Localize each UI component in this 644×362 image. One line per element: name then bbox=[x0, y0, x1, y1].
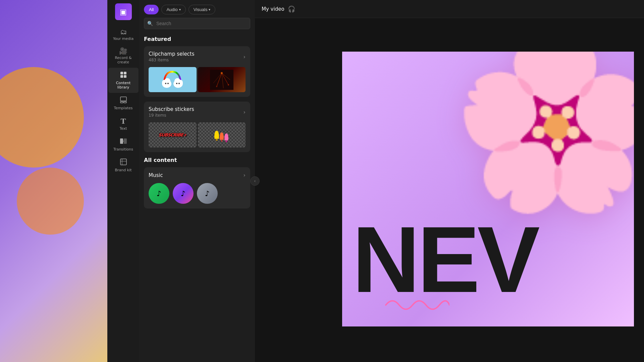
preview-canvas: 🌸 NEV bbox=[342, 52, 634, 326]
sidebar-item-content-library[interactable]: Content library bbox=[108, 68, 139, 93]
search-icon: 🔍 bbox=[147, 21, 153, 26]
templates-icon bbox=[120, 96, 127, 105]
search-input[interactable] bbox=[144, 18, 250, 29]
svg-rect-1 bbox=[124, 72, 126, 74]
subscribe-stickers-count: 19 items bbox=[149, 113, 194, 118]
svg-point-33 bbox=[216, 139, 218, 141]
filter-all-label: All bbox=[149, 7, 154, 12]
svg-rect-10 bbox=[120, 159, 126, 165]
svg-rect-36 bbox=[224, 139, 228, 140]
music-info: Music bbox=[149, 172, 163, 178]
music-card[interactable]: Music › ♪ ♪ ♪ bbox=[144, 167, 250, 208]
clipchamp-selects-info: Clipchamp selects 483 items bbox=[149, 51, 195, 62]
sidebar-label-content-library: Content library bbox=[116, 81, 131, 89]
search-bar: 🔍 bbox=[144, 18, 250, 29]
svg-rect-34 bbox=[220, 138, 224, 140]
content-library-icon bbox=[120, 71, 127, 79]
preview-header: My video 🎧 bbox=[255, 0, 644, 18]
thumbnail-subscribe-text: SUBSCRIBE+ bbox=[149, 122, 197, 147]
svg-rect-2 bbox=[120, 75, 123, 78]
content-scroll-area[interactable]: Featured Clipchamp selects 483 items › bbox=[139, 33, 255, 362]
clipchamp-selects-card[interactable]: Clipchamp selects 483 items › bbox=[144, 46, 250, 97]
subscribe-stickers-card[interactable]: Subscribe stickers 19 items › SUBSCRIBE+ bbox=[144, 102, 250, 152]
sidebar-item-transitions[interactable]: Transitions bbox=[108, 134, 139, 155]
flower-decoration: 🌸 bbox=[451, 52, 634, 206]
preview-title: My video bbox=[262, 6, 284, 12]
preview-area: My video 🎧 🌸 NEV bbox=[255, 0, 644, 362]
clipchamp-selects-chevron: › bbox=[244, 54, 246, 60]
sidebar-label-record-create: Record & create bbox=[115, 56, 131, 64]
all-content-section: All content Music › ♪ ♪ bbox=[144, 157, 250, 208]
all-content-title: All content bbox=[144, 157, 250, 163]
headphones-icon: 🎧 bbox=[288, 5, 295, 12]
subscribe-stickers-info: Subscribe stickers 19 items bbox=[149, 106, 194, 118]
svg-rect-32 bbox=[214, 137, 219, 139]
sidebar-label-brand-kit: Brand kit bbox=[115, 168, 132, 172]
thumbnail-dark-sparkle bbox=[198, 67, 246, 92]
svg-point-29 bbox=[221, 72, 223, 74]
background-decoration bbox=[0, 0, 111, 362]
preview-text-new: NEV bbox=[352, 213, 537, 306]
svg-point-31 bbox=[228, 84, 229, 85]
svg-rect-5 bbox=[120, 102, 123, 103]
collapse-panel-button[interactable]: ‹ bbox=[250, 176, 260, 186]
music-chevron: › bbox=[244, 172, 246, 178]
svg-point-37 bbox=[225, 141, 227, 142]
svg-point-35 bbox=[221, 140, 222, 142]
filter-visuals-button[interactable]: Visuals ▾ bbox=[189, 5, 216, 14]
subscribe-stickers-header: Subscribe stickers 19 items › bbox=[144, 102, 250, 120]
svg-point-21 bbox=[176, 83, 177, 84]
transitions-icon bbox=[120, 137, 127, 146]
subscribe-stickers-chevron: › bbox=[244, 109, 246, 115]
svg-point-19 bbox=[165, 83, 166, 84]
clipchamp-selects-count: 483 items bbox=[149, 58, 195, 62]
clipchamp-selects-thumbnails bbox=[144, 64, 250, 97]
svg-rect-4 bbox=[120, 97, 126, 101]
filter-bar: All Audio ▾ Visuals ▾ bbox=[139, 0, 255, 18]
svg-point-22 bbox=[178, 83, 180, 84]
clipchamp-selects-title: Clipchamp selects bbox=[149, 51, 195, 57]
thumbnail-rainbow-cloud bbox=[149, 67, 197, 92]
text-icon: T bbox=[120, 117, 126, 125]
thumbnail-bells bbox=[198, 122, 246, 147]
subscribe-stickers-title: Subscribe stickers bbox=[149, 106, 194, 112]
svg-rect-7 bbox=[120, 138, 123, 144]
subscribe-stickers-thumbnails: SUBSCRIBE+ bbox=[144, 120, 250, 152]
filter-audio-label: Audio bbox=[166, 7, 177, 12]
audio-dropdown-icon: ▾ bbox=[179, 8, 181, 11]
music-note-icon-green: ♪ bbox=[157, 189, 161, 198]
svg-point-30 bbox=[216, 86, 217, 87]
sidebar-item-record-create[interactable]: 🎥 Record & create bbox=[108, 44, 139, 68]
music-circle-green[interactable]: ♪ bbox=[149, 183, 169, 204]
featured-section: Featured Clipchamp selects 483 items › bbox=[144, 36, 250, 152]
filter-all-button[interactable]: All bbox=[144, 5, 159, 14]
sidebar-item-your-media[interactable]: 🗂 Your media bbox=[108, 25, 139, 44]
svg-rect-8 bbox=[124, 138, 127, 144]
sidebar-item-text[interactable]: T Text bbox=[108, 114, 139, 134]
sidebar-item-templates[interactable]: Templates bbox=[108, 93, 139, 114]
music-circles-row: ♪ ♪ ♪ bbox=[144, 180, 250, 208]
music-note-icon-purple: ♪ bbox=[181, 189, 185, 198]
visuals-dropdown-icon: ▾ bbox=[209, 8, 210, 11]
filter-audio-button[interactable]: Audio ▾ bbox=[161, 5, 185, 14]
sidebar-label-transitions: Transitions bbox=[113, 147, 133, 152]
music-title: Music bbox=[149, 172, 163, 178]
content-panel: All Audio ▾ Visuals ▾ 🔍 Featured Clipcha… bbox=[139, 0, 255, 362]
clipchamp-selects-header: Clipchamp selects 483 items › bbox=[144, 46, 250, 64]
sidebar-item-brand-kit[interactable]: Brand kit bbox=[108, 155, 139, 176]
sidebar-nav: ▣ 🗂 Your media 🎥 Record & create Content… bbox=[107, 0, 139, 362]
filter-visuals-label: Visuals bbox=[194, 7, 208, 12]
music-circle-gray[interactable]: ♪ bbox=[197, 183, 218, 204]
svg-rect-0 bbox=[120, 72, 123, 74]
folder-icon: 🗂 bbox=[120, 28, 127, 35]
music-note-icon-gray: ♪ bbox=[205, 189, 210, 198]
brand-kit-icon bbox=[120, 158, 127, 167]
squiggle-decoration bbox=[382, 295, 449, 316]
svg-rect-3 bbox=[124, 75, 126, 78]
sidebar-label-templates: Templates bbox=[114, 106, 133, 110]
svg-rect-6 bbox=[124, 102, 126, 103]
video-camera-icon: 🎥 bbox=[119, 48, 127, 54]
svg-point-20 bbox=[167, 83, 169, 84]
music-circle-purple[interactable]: ♪ bbox=[173, 183, 194, 204]
music-header: Music › bbox=[144, 167, 250, 180]
